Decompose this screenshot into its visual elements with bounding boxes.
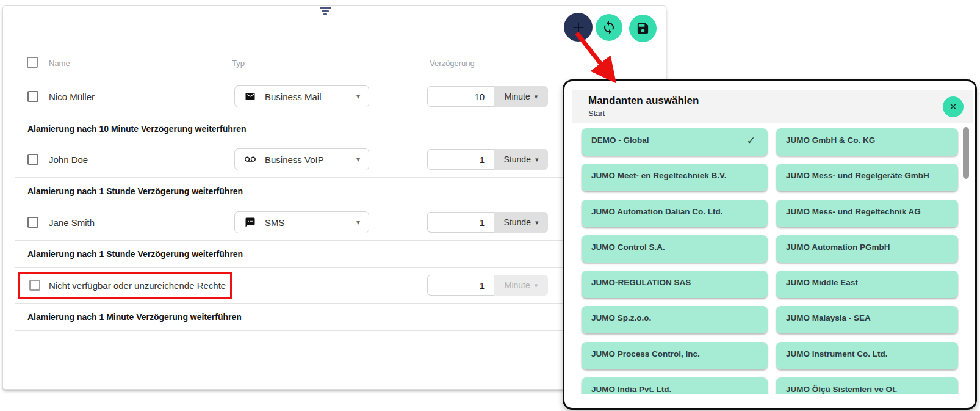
tenant-button[interactable]: JUMO Meet- en Regeltechniek B.V.: [582, 164, 768, 191]
save-icon: [636, 21, 650, 35]
tenant-button[interactable]: JUMO GmbH & Co. KG: [776, 128, 958, 156]
contact-name: Nico Müller: [49, 92, 95, 102]
delay-unit-value: Stunde: [504, 155, 531, 164]
row-checkbox[interactable]: [29, 280, 40, 291]
tenant-dialog: Mandanten auswählen Start ✕ DEMO - Globa…: [563, 79, 977, 410]
column-header-name: Name: [49, 59, 70, 68]
chevron-down-icon: ▾: [535, 156, 539, 164]
tenant-list: DEMO - Global ✓ JUMO GmbH & Co. KG JUMO …: [564, 125, 972, 394]
type-select[interactable]: SMS ▾: [234, 211, 369, 233]
contact-name: John Doe: [49, 155, 88, 165]
check-icon: ✓: [747, 136, 755, 146]
tenant-button[interactable]: JUMO Instrument Co. Ltd.: [776, 342, 958, 369]
delay-unit-value: Stunde: [504, 217, 531, 227]
delay-unit-value: Minute: [505, 92, 530, 101]
fallback-row-label: Nicht verfügbar oder unzureichende Recht…: [49, 280, 226, 291]
voicemail-icon: [245, 154, 256, 165]
tenant-button[interactable]: JUMO Automation Dalian Co. Ltd.: [582, 200, 768, 227]
divider: [15, 79, 659, 79]
tenant-button[interactable]: JUMO Mess- und Regelgeräte GmbH: [776, 164, 958, 191]
select-all-checkbox[interactable]: [27, 57, 38, 68]
tenant-button[interactable]: JUMO-REGULATION SAS: [582, 271, 768, 298]
screen: Name Typ Verzögerung Nico Müller Busines…: [0, 0, 980, 411]
escalation-note: Alamierung nach 10 Minute Verzögerung we…: [27, 124, 247, 134]
chevron-down-icon: ▾: [356, 92, 360, 101]
tenant-button[interactable]: JUMO Process Control, Inc.: [582, 342, 768, 369]
scrollbar-thumb[interactable]: [963, 127, 969, 179]
dialog-title: Mandanten auswählen: [588, 95, 699, 107]
delay-value-input[interactable]: 1: [427, 212, 494, 233]
row-checkbox[interactable]: [27, 154, 38, 165]
type-select[interactable]: Business VoIP ▾: [234, 148, 369, 170]
delay-unit-value: Minute: [505, 280, 530, 290]
chevron-down-icon: ▾: [535, 93, 538, 101]
delay-value-input[interactable]: 1: [427, 275, 494, 296]
tenant-button[interactable]: DEMO - Global ✓: [582, 128, 768, 156]
annotation-arrow: [569, 28, 622, 84]
delay-value-input[interactable]: 1: [427, 149, 494, 170]
tenant-button[interactable]: JUMO Mess- und Regeltechnik AG: [776, 200, 958, 227]
chevron-down-icon: ▾: [535, 219, 539, 227]
delay-unit-select[interactable]: Stunde ▾: [494, 212, 548, 233]
delay-value-input[interactable]: 10: [427, 86, 494, 107]
column-header-delay: Verzögerung: [430, 59, 475, 68]
tenant-button[interactable]: JUMO Automation PGmbH: [776, 235, 958, 263]
close-button[interactable]: ✕: [943, 96, 964, 117]
delay-unit-select[interactable]: Minute ▾: [494, 86, 548, 107]
escalation-note: Alamierung nach 1 Minute Verzögerung wei…: [27, 312, 242, 322]
dialog-header: Mandanten auswählen Start: [572, 90, 973, 123]
mail-icon: [245, 91, 256, 102]
chevron-down-icon: ▾: [356, 218, 360, 227]
type-select[interactable]: Business Mail ▾: [234, 85, 369, 107]
tenant-button[interactable]: JUMO Malaysia - SEA: [776, 306, 958, 333]
row-checkbox[interactable]: [27, 217, 38, 228]
tenant-button[interactable]: JUMO Ölçü Sistemleri ve Ot.: [776, 377, 958, 394]
dialog-subtitle: Start: [588, 109, 605, 118]
type-select-value: Business VoIP: [265, 155, 324, 165]
sms-icon: [245, 217, 256, 228]
tenant-button[interactable]: JUMO India Pvt. Ltd.: [582, 377, 768, 394]
escalation-note: Alamierung nach 1 Stunde Verzögerung wei…: [27, 249, 243, 259]
filter-icon[interactable]: [319, 7, 331, 16]
tenant-button[interactable]: JUMO Middle East: [776, 271, 958, 298]
contact-name: Jane Smith: [49, 217, 95, 228]
save-button[interactable]: [629, 15, 657, 42]
delay-unit-select: Minute ▾: [494, 275, 548, 296]
type-select-value: Business Mail: [265, 92, 322, 102]
chevron-down-icon: ▾: [535, 282, 538, 289]
delay-unit-select[interactable]: Stunde ▾: [494, 149, 548, 170]
close-icon: ✕: [949, 101, 957, 112]
type-select-value: SMS: [265, 217, 285, 228]
row-checkbox[interactable]: [27, 91, 38, 102]
column-header-type: Typ: [232, 59, 245, 68]
tenant-button[interactable]: JUMO Control S.A.: [582, 235, 768, 263]
tenant-button[interactable]: JUMO Sp.z.o.o.: [582, 306, 768, 333]
chevron-down-icon: ▾: [356, 155, 360, 164]
escalation-note: Alamierung nach 1 Stunde Verzögerung wei…: [27, 186, 243, 196]
